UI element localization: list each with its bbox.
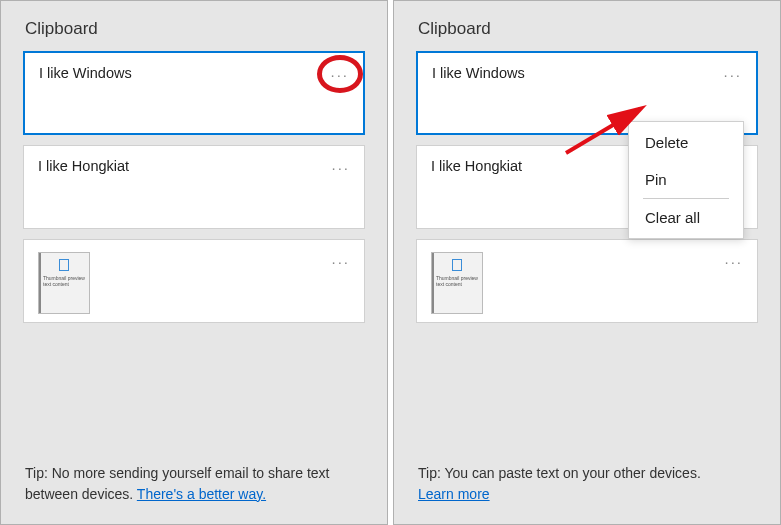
- clipboard-item-text: I like Hongkiat: [38, 158, 129, 174]
- clipboard-items: I like Windows ··· I like Hongkiat ··· T…: [416, 51, 758, 459]
- tip-link[interactable]: There's a better way.: [137, 486, 266, 502]
- clipboard-panel-right: Clipboard I like Windows ··· I like Hong…: [393, 0, 781, 525]
- tip-prefix: Tip: You can paste text on your other de…: [418, 465, 701, 481]
- clipboard-item-text: I like Windows: [432, 65, 525, 81]
- clipboard-item-text: I like Windows: [39, 65, 132, 81]
- more-icon[interactable]: ···: [330, 67, 349, 82]
- more-icon[interactable]: ···: [723, 67, 742, 82]
- panel-title: Clipboard: [23, 19, 365, 39]
- more-icon[interactable]: ···: [331, 254, 350, 269]
- clipboard-panel-left: Clipboard I like Windows ··· I like Hong…: [0, 0, 388, 525]
- menu-delete[interactable]: Delete: [629, 124, 743, 161]
- clipboard-image-thumb: Thumbnail preview text content: [431, 252, 483, 314]
- panel-title: Clipboard: [416, 19, 758, 39]
- tip-text: Tip: You can paste text on your other de…: [416, 459, 758, 512]
- more-icon[interactable]: ···: [724, 254, 743, 269]
- more-icon[interactable]: ···: [331, 160, 350, 175]
- clipboard-item[interactable]: I like Windows ···: [23, 51, 365, 135]
- clipboard-items: I like Windows ··· I like Hongkiat ··· T…: [23, 51, 365, 459]
- clipboard-image-thumb: Thumbnail preview text content: [38, 252, 90, 314]
- clipboard-item[interactable]: I like Hongkiat ···: [23, 145, 365, 229]
- clipboard-item[interactable]: Thumbnail preview text content ···: [23, 239, 365, 323]
- clipboard-item-text: I like Hongkiat: [431, 158, 522, 174]
- tip-text: Tip: No more sending yourself email to s…: [23, 459, 365, 512]
- tip-link[interactable]: Learn more: [418, 486, 490, 502]
- menu-pin[interactable]: Pin: [629, 161, 743, 198]
- context-menu: Delete Pin Clear all: [628, 121, 744, 239]
- menu-clear-all[interactable]: Clear all: [629, 199, 743, 236]
- clipboard-item[interactable]: Thumbnail preview text content ···: [416, 239, 758, 323]
